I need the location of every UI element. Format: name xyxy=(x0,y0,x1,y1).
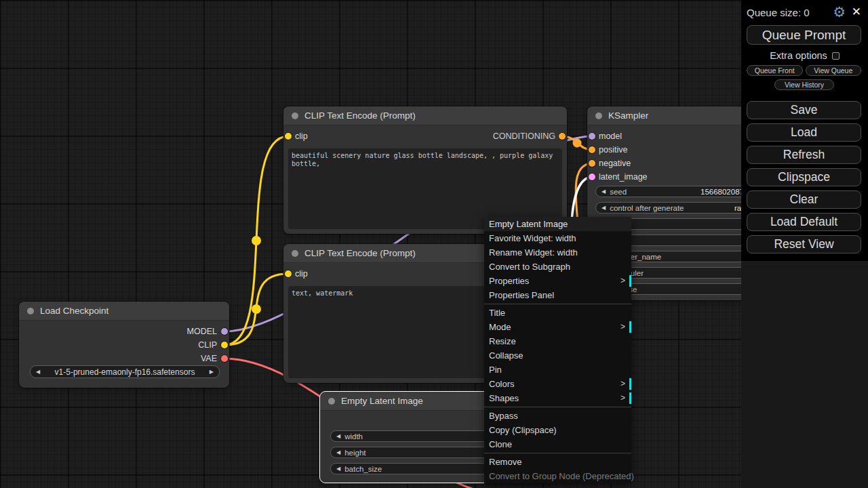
output-dot-clip[interactable] xyxy=(221,342,228,348)
widget-ckpt-name[interactable]: ◀ v1-5-pruned-emaonly-fp16.safetensors ▶ xyxy=(30,365,220,378)
collapse-dot-icon[interactable] xyxy=(27,308,34,314)
view-queue-button[interactable]: View Queue xyxy=(806,65,862,76)
stepper-left-icon[interactable]: ◀ xyxy=(336,449,340,455)
menu-item-label: Mode xyxy=(489,322,511,332)
menu-separator xyxy=(484,407,631,407)
settings-gear-icon[interactable]: ⚙ xyxy=(833,4,846,20)
queue-size-label: Queue size: 0 xyxy=(747,7,810,18)
stepper-left-icon[interactable]: ◀ xyxy=(336,433,340,439)
combo-right-icon[interactable]: ▶ xyxy=(210,369,214,375)
node-clip-text-encode-positive[interactable]: CLIP Text Encode (Prompt) clip CONDITION… xyxy=(283,106,567,234)
load-button[interactable]: Load xyxy=(747,123,861,142)
link-midpoint-dot[interactable] xyxy=(252,236,261,245)
collapse-dot-icon[interactable] xyxy=(292,113,298,119)
close-icon[interactable]: ✕ xyxy=(852,5,861,19)
node-title: KSampler xyxy=(608,110,648,121)
queue-menu: Queue size: 0 ⚙ ✕ Queue Prompt Extra opt… xyxy=(741,0,868,261)
link-midpoint-dot[interactable] xyxy=(252,304,261,314)
stepper-left-icon[interactable]: ◀ xyxy=(336,466,340,472)
submenu-accent-bar xyxy=(629,378,631,390)
widget-label: seed xyxy=(610,188,627,196)
menu-item-convert-to-group-node: Convert to Group Node (Deprecated) xyxy=(484,469,631,483)
input-dot-clip[interactable] xyxy=(285,133,292,140)
stepper-left-icon[interactable]: ◀ xyxy=(601,205,606,211)
save-button[interactable]: Save xyxy=(747,101,861,119)
menu-item-convert-to-subgraph[interactable]: Convert to Subgraph xyxy=(484,260,631,274)
input-dot-clip[interactable] xyxy=(285,270,292,277)
output-label-model: MODEL xyxy=(187,326,217,337)
menu-item-clone[interactable]: Clone xyxy=(484,437,631,451)
menu-item-resize[interactable]: Resize xyxy=(484,334,631,348)
input-dot-positive[interactable] xyxy=(589,146,595,153)
input-label-clip: clip xyxy=(295,131,308,142)
side-panel: Queue size: 0 ⚙ ✕ Queue Prompt Extra opt… xyxy=(741,0,868,488)
input-dot-latent-image[interactable] xyxy=(589,174,595,180)
menu-item-mode[interactable]: Mode> xyxy=(484,320,631,334)
reset-view-button[interactable]: Reset View xyxy=(747,235,861,253)
submenu-arrow-icon: > xyxy=(620,391,625,405)
queue-front-button[interactable]: Queue Front xyxy=(747,65,803,76)
load-default-button[interactable]: Load Default xyxy=(747,213,861,231)
menu-item-bypass[interactable]: Bypass xyxy=(484,409,631,423)
input-label-positive: positive xyxy=(599,144,627,155)
menu-separator xyxy=(484,453,631,453)
node-title: CLIP Text Encode (Prompt) xyxy=(304,110,416,121)
submenu-accent-bar xyxy=(629,275,631,287)
node-title: CLIP Text Encode (Prompt) xyxy=(304,248,416,258)
menu-item-rename-widget[interactable]: Rename Widget: width xyxy=(484,245,631,260)
output-label-vae: VAE xyxy=(201,353,217,364)
view-history-button[interactable]: View History xyxy=(774,79,834,90)
menu-item-shapes[interactable]: Shapes> xyxy=(484,391,631,405)
input-label-negative: negative xyxy=(599,158,631,169)
menu-item-label: Properties xyxy=(489,276,529,286)
extra-options-checkbox[interactable] xyxy=(832,52,840,60)
link-midpoint-dot[interactable] xyxy=(573,139,582,148)
menu-item-collapse[interactable]: Collapse xyxy=(484,348,631,363)
widget-label: control after generate xyxy=(610,204,684,212)
extra-options-row: Extra options xyxy=(741,50,868,61)
output-label-conditioning: CONDITIONING xyxy=(493,131,555,142)
output-label-clip: CLIP xyxy=(198,340,217,350)
node-load-checkpoint[interactable]: Load Checkpoint MODEL CLIP VAE ◀ v1-5-pr… xyxy=(19,302,229,388)
menu-item-colors[interactable]: Colors> xyxy=(484,377,631,391)
submenu-accent-bar xyxy=(629,321,631,333)
input-dot-model[interactable] xyxy=(589,133,595,140)
menu-item-properties-panel[interactable]: Properties Panel xyxy=(484,288,631,302)
submenu-arrow-icon: > xyxy=(620,274,625,288)
collapse-dot-icon[interactable] xyxy=(328,398,335,405)
output-dot-model[interactable] xyxy=(221,328,228,335)
refresh-button[interactable]: Refresh xyxy=(747,146,861,164)
context-menu: Empty Latent Image Favorite Widget: widt… xyxy=(484,217,631,483)
stepper-left-icon[interactable]: ◀ xyxy=(601,188,606,195)
queue-prompt-button[interactable]: Queue Prompt xyxy=(747,25,861,45)
menu-item-properties[interactable]: Properties> xyxy=(484,274,631,288)
menu-item-remove[interactable]: Remove xyxy=(484,455,631,469)
menu-separator xyxy=(484,304,631,304)
output-dot-vae[interactable] xyxy=(221,355,228,362)
widget-label: height xyxy=(344,449,366,457)
clipspace-button[interactable]: Clipspace xyxy=(747,168,861,186)
menu-item-label: Shapes xyxy=(489,393,519,403)
node-title-bar[interactable]: Load Checkpoint xyxy=(19,302,229,321)
menu-item-copy-clipspace[interactable]: Copy (Clipspace) xyxy=(484,423,631,437)
input-label-latent-image: latent_image xyxy=(599,171,648,182)
node-title-bar[interactable]: CLIP Text Encode (Prompt) xyxy=(283,106,567,125)
menu-item-pin[interactable]: Pin xyxy=(484,363,631,377)
input-label-model: model xyxy=(599,131,622,142)
output-dot-conditioning[interactable] xyxy=(559,133,566,140)
collapse-dot-icon[interactable] xyxy=(595,113,602,119)
clear-button[interactable]: Clear xyxy=(747,190,861,209)
queue-small-buttons: Queue Front View Queue xyxy=(747,65,861,76)
node-title: Load Checkpoint xyxy=(40,306,108,316)
menu-item-favorite-widget[interactable]: Favorite Widget: width xyxy=(484,231,631,245)
input-dot-negative[interactable] xyxy=(589,160,595,167)
combo-value: v1-5-pruned-emaonly-fp16.safetensors xyxy=(40,367,210,377)
node-title: Empty Latent Image xyxy=(341,396,423,406)
collapse-dot-icon[interactable] xyxy=(292,250,298,257)
submenu-arrow-icon: > xyxy=(620,320,625,334)
widget-label: batch_size xyxy=(344,465,382,473)
context-menu-title: Empty Latent Image xyxy=(484,217,631,231)
input-label-clip: clip xyxy=(295,268,308,279)
menu-item-title[interactable]: Title xyxy=(484,306,631,320)
extra-options-label: Extra options xyxy=(770,50,827,61)
